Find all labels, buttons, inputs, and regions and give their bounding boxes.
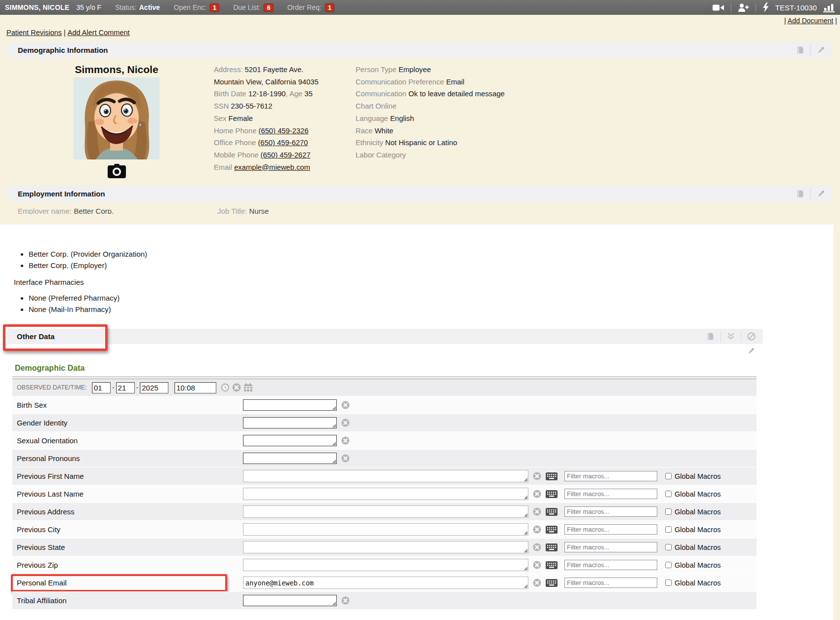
info-value-link[interactable]: (650) 459-2326: [258, 127, 308, 135]
clear-field-icon[interactable]: [533, 490, 541, 498]
info-value: Mountain View, California 94035: [214, 78, 319, 86]
other-data-area: Better Corp. (Provider Organization)Bett…: [0, 225, 834, 620]
clear-field-icon[interactable]: [341, 401, 350, 409]
info-row: Ethnicity Not Hispanic or Latino: [356, 137, 568, 149]
toolbar-divider: [756, 3, 756, 12]
print-chart-icon[interactable]: [796, 189, 805, 198]
add-document-link[interactable]: Add Document: [788, 17, 834, 25]
print-chart-icon[interactable]: [706, 332, 715, 341]
section-title: Employment Information: [18, 190, 105, 198]
clear-field-icon[interactable]: [533, 507, 541, 516]
field-label: Personal Email: [12, 579, 243, 587]
edit-pencil-icon[interactable]: [816, 46, 825, 55]
filter-macros-input[interactable]: [564, 524, 657, 535]
field-textarea[interactable]: [243, 505, 528, 518]
system-id: TEST-10030: [775, 3, 817, 12]
field-textarea[interactable]: [243, 399, 337, 411]
info-label: Race: [356, 127, 375, 135]
toolbar-divider: [731, 3, 731, 12]
video-call-icon[interactable]: [713, 4, 724, 11]
clear-field-icon[interactable]: [533, 561, 541, 569]
print-chart-icon[interactable]: [796, 45, 805, 55]
field-textarea[interactable]: [243, 453, 337, 464]
other-data-header: Other Data: [7, 329, 763, 344]
lightning-icon[interactable]: [762, 2, 769, 12]
field-textarea[interactable]: anyone@mieweb.com: [243, 577, 528, 589]
keyboard-macro-icon[interactable]: [546, 579, 558, 587]
field-textarea[interactable]: [243, 559, 528, 571]
global-macros-checkbox[interactable]: [665, 544, 672, 550]
add-person-icon[interactable]: [738, 3, 749, 12]
chart-stats-icon[interactable]: [823, 3, 835, 12]
keyboard-macro-icon[interactable]: [546, 472, 558, 480]
filter-macros-input[interactable]: [564, 542, 657, 552]
filter-macros-input[interactable]: [564, 506, 657, 517]
info-label: Communication Preference: [356, 78, 446, 86]
field-textarea[interactable]: [243, 488, 528, 500]
filter-macros-input[interactable]: [564, 578, 657, 588]
field-textarea[interactable]: [243, 417, 337, 428]
keyboard-macro-icon[interactable]: [546, 508, 558, 516]
global-macros-checkbox[interactable]: [665, 526, 672, 533]
clear-field-icon[interactable]: [533, 543, 541, 551]
employment-information-section: Employment Information Employer name: Be…: [8, 186, 832, 214]
chart-summary-area: | Add Document | Patient Revisions|Add A…: [0, 15, 840, 225]
clear-field-icon[interactable]: [533, 472, 541, 480]
info-row: Labor Category: [356, 149, 568, 161]
info-row: Communication Ok to leave detailed messa…: [356, 88, 568, 100]
field-textarea[interactable]: [243, 541, 528, 553]
filter-macros-input[interactable]: [564, 489, 657, 499]
global-macros-checkbox[interactable]: [665, 562, 672, 568]
table-row: Previous AddressGlobal Macros: [12, 503, 757, 520]
table-row: Gender Identity: [12, 414, 757, 431]
global-macros-checkbox[interactable]: [665, 508, 672, 515]
global-macros-checkbox[interactable]: [665, 473, 672, 479]
edit-pencil-icon[interactable]: [816, 190, 825, 198]
disable-section-icon[interactable]: [747, 332, 756, 341]
clear-field-icon[interactable]: [341, 454, 350, 463]
observed-day-input[interactable]: [116, 382, 135, 393]
info-value-link[interactable]: (650) 459-6270: [258, 139, 308, 147]
patient-revisions-link[interactable]: Patient Revisions: [6, 29, 62, 37]
field-textarea[interactable]: [243, 435, 337, 446]
keyboard-macro-icon[interactable]: [546, 526, 558, 534]
observed-time-input[interactable]: [174, 382, 216, 393]
global-macros-checkbox[interactable]: [665, 580, 672, 586]
clear-field-icon[interactable]: [533, 579, 541, 587]
calendar-icon[interactable]: [243, 383, 253, 392]
filter-macros-input[interactable]: [564, 560, 657, 570]
keyboard-macro-icon[interactable]: [546, 490, 558, 498]
keyboard-macro-icon[interactable]: [546, 543, 558, 551]
status-label: Status:: [115, 3, 137, 11]
field-textarea[interactable]: [243, 470, 528, 482]
global-macros-checkbox[interactable]: [665, 491, 672, 497]
clear-field-icon[interactable]: [341, 596, 350, 605]
job-title-value: Nurse: [249, 207, 269, 214]
clear-field-icon[interactable]: [341, 419, 350, 427]
edit-pencil-icon[interactable]: [747, 347, 755, 355]
info-value-link[interactable]: example@mieweb.com: [234, 163, 310, 171]
clear-datetime-icon[interactable]: [232, 383, 241, 392]
due-list-badge[interactable]: 6: [264, 3, 273, 12]
open-enc-badge[interactable]: 1: [210, 3, 219, 12]
filter-macros-input[interactable]: [564, 471, 657, 481]
observed-month-input[interactable]: [92, 382, 111, 393]
clock-icon[interactable]: [221, 383, 230, 392]
clear-field-icon[interactable]: [533, 525, 541, 534]
clear-field-icon[interactable]: [341, 436, 350, 445]
collapse-chevrons-icon[interactable]: [726, 332, 735, 341]
info-label: Address:: [214, 66, 245, 74]
field-textarea[interactable]: [243, 595, 337, 606]
info-row: Mountain View, California 94035: [214, 76, 356, 88]
field-textarea[interactable]: [243, 523, 528, 536]
order-req-badge[interactable]: 1: [325, 3, 334, 12]
info-value-link[interactable]: (650) 459-2627: [261, 151, 311, 159]
add-alert-comment-link[interactable]: Add Alert Comment: [68, 29, 130, 37]
global-macros-label: Global Macros: [675, 490, 720, 498]
update-photo-camera-icon[interactable]: [108, 164, 126, 178]
info-value: Employee: [399, 66, 431, 74]
global-macros-label: Global Macros: [675, 579, 720, 587]
info-value: 12-18-1990: [248, 90, 286, 98]
keyboard-macro-icon[interactable]: [546, 561, 558, 569]
observed-year-input[interactable]: [140, 382, 168, 393]
